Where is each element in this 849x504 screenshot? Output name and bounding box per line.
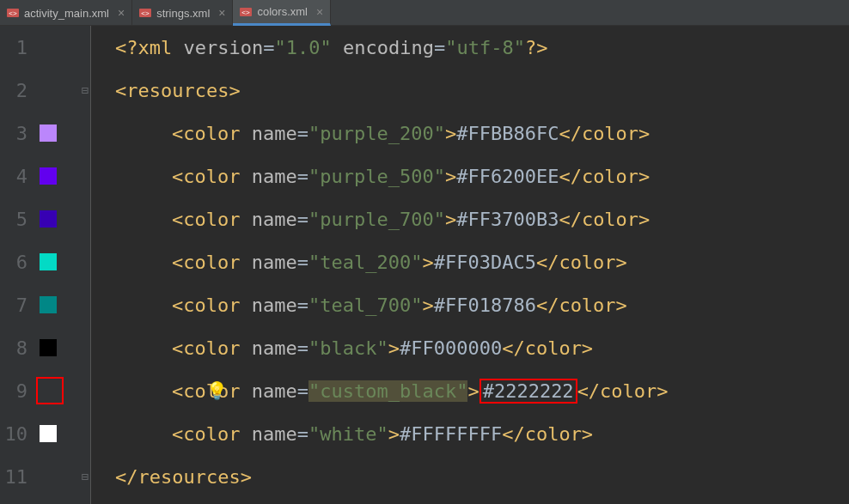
fold-icon[interactable]: ⊟ [82, 470, 89, 483]
xml-file-icon: <> [240, 6, 252, 18]
fold-icon[interactable]: ⊟ [82, 83, 89, 97]
code-line: <color name="teal_200">#FF03DAC5</color> [103, 240, 849, 283]
code-line: <color name="purple_200">#FFBB86FC</colo… [103, 112, 849, 155]
color-swatch-empty[interactable] [36, 377, 64, 404]
line-number: 5 [0, 209, 34, 230]
tab-strings[interactable]: <> strings.xml × [132, 0, 233, 26]
line-number: 9 [0, 380, 34, 402]
line-number: 6 [0, 252, 34, 273]
tab-label: activity_main.xml [24, 7, 109, 20]
code-line: <resources> [103, 69, 849, 112]
code-line: </resources> [103, 455, 849, 498]
close-icon[interactable]: × [316, 5, 323, 19]
line-number: 8 [0, 337, 34, 359]
color-swatch[interactable] [40, 296, 57, 313]
tab-label: colors.xml [257, 5, 308, 18]
color-swatch[interactable] [40, 167, 57, 185]
code-line: <color name="teal_700">#FF018786</color> [103, 283, 849, 326]
line-number: 7 [0, 295, 34, 316]
line-number: 3 [0, 123, 34, 144]
code-line: <color name="black">#FF000000</color> [103, 326, 849, 369]
xml-file-icon: <> [139, 7, 151, 19]
color-swatch[interactable] [40, 210, 57, 228]
tab-colors[interactable]: <> colors.xml × [233, 0, 331, 26]
line-number: 2 [0, 80, 34, 101]
line-number: 10 [0, 423, 34, 445]
lightbulb-icon[interactable]: 💡 [206, 380, 228, 401]
svg-text:<>: <> [9, 9, 17, 17]
color-swatch[interactable] [40, 339, 57, 356]
xml-file-icon: <> [7, 7, 19, 19]
line-number: 11 [0, 466, 34, 488]
color-swatch[interactable] [40, 124, 57, 142]
code-line: <color name="purple_500">#FF6200EE</colo… [103, 155, 849, 197]
tab-bar: <> activity_main.xml × <> strings.xml × … [0, 0, 849, 26]
tab-activity-main[interactable]: <> activity_main.xml × [0, 0, 132, 26]
code-line: <color name="purple_700">#FF3700B3</colo… [103, 197, 849, 240]
close-icon[interactable]: × [118, 6, 125, 20]
code-line: 💡 <color name="custom_black">#2222222</c… [103, 369, 849, 412]
svg-text:<>: <> [141, 9, 150, 17]
close-icon[interactable]: × [218, 6, 225, 20]
code-area[interactable]: <?xml version="1.0" encoding="utf-8"?> <… [91, 26, 849, 504]
editor: 1 2⊟ 3 4 5 6 7 8 9 10 11⊟ <?xml version=… [0, 26, 849, 504]
line-number: 1 [0, 37, 34, 58]
code-line: <color name="white">#FFFFFFFF</color> [103, 412, 849, 455]
color-swatch[interactable] [40, 425, 57, 442]
line-number: 4 [0, 166, 34, 187]
color-swatch[interactable] [40, 253, 57, 270]
tab-label: strings.xml [156, 7, 210, 20]
invalid-hex-highlight: #2222222 [479, 379, 577, 404]
code-line: <?xml version="1.0" encoding="utf-8"?> [103, 26, 849, 69]
svg-text:<>: <> [242, 9, 251, 16]
gutter: 1 2⊟ 3 4 5 6 7 8 9 10 11⊟ [0, 26, 91, 504]
